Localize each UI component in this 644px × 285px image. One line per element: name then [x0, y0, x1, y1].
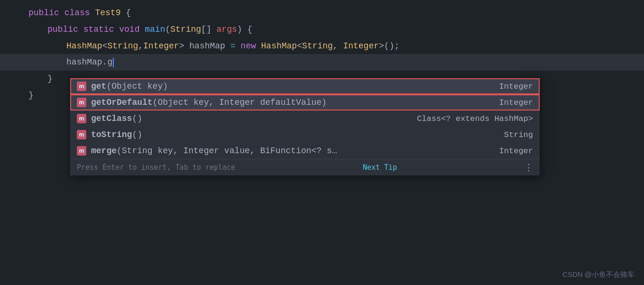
bracket-open: []	[201, 23, 212, 37]
sig-get: (Object key)	[106, 82, 168, 91]
autocomplete-item-get[interactable]: m get(Object key) Integer	[70, 78, 540, 94]
code-line-2: public static void main(String[] args) {	[0, 21, 644, 38]
code-line-3: HashMap<String,Integer> hashMap = new Ha…	[0, 38, 644, 55]
var-hashmap: hashMap	[189, 39, 230, 53]
integer-type2: Integer	[343, 39, 379, 53]
return-get: Integer	[499, 82, 533, 91]
return-merge: Integer	[499, 147, 533, 156]
method-name-getclass: getClass()	[91, 114, 142, 123]
bold-get: get	[91, 82, 106, 91]
editor-background: public class Test9 { public static void …	[0, 0, 644, 285]
param-args: args	[217, 23, 237, 37]
generic2-open: <	[297, 39, 302, 53]
text-cursor	[113, 58, 114, 67]
bold-getordefault: getOrDefault	[91, 98, 153, 107]
method-badge-get: m	[77, 82, 86, 91]
method-badge-getclass: m	[77, 114, 86, 123]
watermark-text: CSDN @小鱼不会骑车	[562, 270, 635, 278]
method-badge-getordefault: m	[77, 98, 86, 107]
keyword-void: void	[119, 23, 145, 37]
string-type: String	[170, 23, 201, 37]
watermark: CSDN @小鱼不会骑车	[562, 270, 635, 279]
autocomplete-item-merge[interactable]: m merge(String key, Integer value, BiFun…	[70, 143, 540, 159]
keyword-new: new	[240, 39, 261, 53]
method-name-merge: merge(String key, Integer value, BiFunct…	[91, 146, 337, 156]
return-getordefault: Integer	[499, 98, 533, 107]
sig-merge: (String key, Integer value, BiFunction<?…	[117, 146, 337, 156]
equals-sign: =	[230, 39, 241, 53]
more-options-button[interactable]: ⋮	[524, 162, 533, 173]
generic-open: <	[102, 39, 108, 53]
comma1: ,	[138, 39, 143, 53]
autocomplete-footer: Press Enter to insert, Tab to replace Ne…	[70, 159, 540, 175]
keyword-static: static	[83, 23, 120, 37]
keyword-public2: public	[47, 23, 83, 37]
code-line-1: public class Test9 {	[0, 5, 644, 21]
closing-brace-class: }	[28, 89, 34, 102]
bold-getclass: getClass	[91, 114, 132, 123]
hashmap-type: HashMap	[66, 39, 102, 53]
generic-close: >	[179, 39, 190, 53]
sig-getclass: ()	[132, 114, 142, 123]
closing-brace-method: }	[47, 72, 53, 86]
var-hashmap2: hashMap.	[66, 55, 107, 69]
sig-tostring: ()	[132, 130, 142, 139]
integer-type: Integer	[143, 39, 179, 53]
autocomplete-dropdown[interactable]: m get(Object key) Integer m getOrDefault…	[70, 78, 540, 175]
comma2: ,	[333, 39, 343, 53]
hashmap-type2: HashMap	[261, 39, 297, 53]
method-name-tostring: toString()	[91, 130, 142, 139]
method-badge-tostring: m	[77, 130, 86, 139]
method-name-get: get(Object key)	[91, 82, 168, 91]
keyword-class: class	[64, 6, 95, 20]
footer-hint-text: Press Enter to insert, Tab to replace	[77, 163, 235, 172]
string-type3: String	[302, 39, 333, 53]
method-main: main	[145, 23, 165, 37]
bold-tostring: toString	[91, 130, 132, 139]
typed-g: g	[107, 55, 112, 69]
method-badge-merge: m	[77, 146, 86, 156]
autocomplete-item-tostring[interactable]: m toString() String	[70, 127, 540, 143]
return-getclass: Class<? extends HashMap>	[417, 114, 533, 123]
keyword-public: public	[28, 6, 64, 20]
method-name-getordefault: getOrDefault(Object key, Integer default…	[91, 98, 327, 107]
return-tostring: String	[504, 130, 533, 139]
code-line-4: hashMap.g	[0, 54, 644, 71]
autocomplete-item-getclass[interactable]: m getClass() Class<? extends HashMap>	[70, 110, 540, 127]
paren-open: (	[165, 23, 170, 37]
sig-getordefault: (Object key, Integer defaultValue)	[153, 98, 327, 107]
autocomplete-item-getordefault[interactable]: m getOrDefault(Object key, Integer defau…	[70, 94, 540, 110]
next-tip-button[interactable]: Next Tip	[363, 163, 397, 172]
bold-merge: merge	[91, 146, 117, 156]
class-name-test9: Test9	[95, 6, 120, 20]
generic2-close: >();	[379, 39, 399, 53]
string-type2: String	[107, 39, 138, 53]
args-space	[212, 23, 217, 37]
paren-close: ) {	[237, 23, 252, 37]
brace-open: {	[120, 6, 131, 20]
